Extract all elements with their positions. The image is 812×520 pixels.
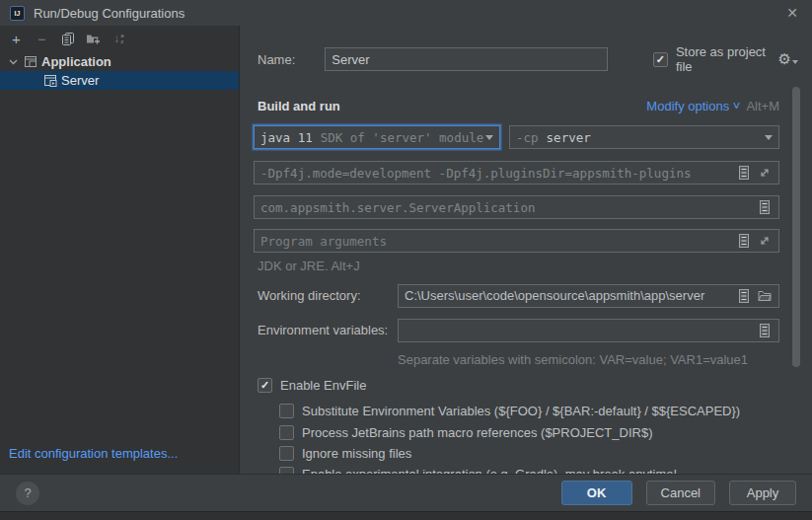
chevron-down-icon [765, 135, 773, 140]
expand-field-icon[interactable] [757, 165, 773, 181]
edit-configuration-templates-link[interactable]: Edit configuration templates... [9, 446, 178, 461]
ignore-missing-files-checkbox[interactable] [279, 446, 294, 461]
chevron-down-icon [485, 135, 493, 140]
tree-group-application[interactable]: Application [0, 52, 239, 71]
classpath-combo-prefix: -cp [516, 130, 539, 145]
expand-list-icon[interactable] [757, 323, 773, 338]
title-bar: IJ Run/Debug Configurations ✕ [0, 0, 812, 26]
help-button[interactable]: ? [16, 482, 39, 505]
vm-options-value: -Dpf4j.mode=development -Dpf4j.pluginsDi… [260, 166, 731, 181]
expand-list-icon[interactable] [736, 233, 752, 249]
tree-item-label: Server [61, 73, 99, 88]
jdk-combo-value: java 11 [260, 130, 313, 145]
process-path-macros-checkbox[interactable] [279, 425, 294, 440]
classpath-combo-value: server [547, 130, 591, 145]
experimental-integration-checkbox[interactable] [279, 467, 294, 474]
jdk-combo[interactable]: java 11 SDK of 'server' module [254, 125, 500, 149]
expand-list-icon[interactable] [757, 199, 773, 215]
tree-group-label: Application [41, 54, 111, 69]
expand-list-icon[interactable] [736, 288, 752, 304]
process-path-macros-label: Process JetBrains path macro references … [302, 425, 652, 440]
vm-options-input[interactable]: -Dpf4j.mode=development -Dpf4j.pluginsDi… [254, 161, 779, 185]
store-as-project-file-checkbox[interactable] [653, 52, 668, 67]
enable-envfile-label: Enable EnvFile [280, 378, 366, 393]
jdk-hint: JDK or JRE. Alt+J [258, 259, 360, 273]
cancel-button[interactable]: Cancel [646, 481, 715, 505]
chevron-down-icon[interactable] [7, 56, 19, 68]
remove-configuration-icon[interactable]: − [35, 32, 49, 46]
gear-icon[interactable]: ⚙ [778, 50, 798, 68]
intellij-logo-icon: IJ [10, 6, 25, 21]
enable-envfile-checkbox[interactable] [258, 378, 272, 393]
tree-item-server[interactable]: Server [0, 71, 239, 90]
store-as-project-file-label: Store as project file [676, 44, 773, 74]
environment-variables-hint: Separate variables with semicolon: VAR=v… [398, 352, 748, 367]
main-class-input[interactable]: com.appsmith.server.ServerApplication [254, 195, 779, 219]
browse-folder-icon[interactable] [757, 288, 773, 304]
new-folder-icon[interactable] [86, 32, 101, 46]
program-arguments-input[interactable]: Program arguments [254, 229, 779, 253]
ignore-missing-files-label: Ignore missing files [302, 446, 411, 461]
vertical-scrollbar-thumb[interactable] [792, 87, 800, 367]
dialog-footer: ? OK Cancel Apply [0, 474, 812, 511]
expand-field-icon[interactable] [757, 233, 773, 249]
configurations-tree: Application Server [0, 52, 239, 90]
modify-options-link[interactable]: Modify options ˅ [646, 99, 740, 113]
configurations-sidebar: + − ↓az [0, 26, 240, 474]
build-and-run-header: Build and run [258, 99, 340, 113]
name-value: Server [332, 52, 601, 67]
configurations-toolbar: + − ↓az [0, 26, 239, 51]
program-arguments-placeholder: Program arguments [260, 234, 731, 249]
working-directory-value: C:\Users\user\code\opensource\appsmith\a… [405, 288, 731, 303]
working-directory-input[interactable]: C:\Users\user\code\opensource\appsmith\a… [398, 284, 779, 308]
ok-button[interactable]: OK [561, 481, 632, 505]
apply-button[interactable]: Apply [729, 481, 796, 505]
experimental-integration-label: Enable experimental integration (e.g. Gr… [302, 467, 677, 474]
background-window-strip [0, 511, 812, 520]
modify-options-shortcut: Alt+M [746, 99, 779, 113]
name-input[interactable]: Server [325, 47, 608, 71]
expand-list-icon[interactable] [736, 165, 752, 181]
environment-variables-input[interactable] [398, 319, 779, 342]
working-directory-label: Working directory: [258, 288, 361, 303]
configuration-editor: Name: Server Store as project file ⚙ Bui… [240, 26, 812, 474]
copy-configuration-icon[interactable] [60, 32, 75, 46]
close-icon[interactable]: ✕ [782, 4, 802, 22]
classpath-combo[interactable]: -cp server [509, 125, 779, 149]
add-configuration-icon[interactable]: + [9, 32, 24, 46]
name-label: Name: [258, 52, 295, 67]
substitute-env-variables-checkbox[interactable] [279, 404, 294, 418]
environment-variables-label: Environment variables: [258, 323, 388, 337]
dialog-title: Run/Debug Configurations [34, 6, 185, 21]
dialog-content: + − ↓az [0, 26, 812, 474]
sort-configurations-icon[interactable]: ↓az [111, 32, 126, 46]
run-configuration-icon [43, 74, 57, 88]
jdk-combo-suffix: SDK of 'server' module [321, 130, 484, 145]
application-type-icon [24, 55, 37, 69]
run-debug-configurations-dialog: IJ Run/Debug Configurations ✕ + − ↓az [0, 0, 812, 520]
main-class-value: com.appsmith.server.ServerApplication [260, 200, 752, 215]
substitute-env-variables-label: Substitute Environment Variables (${FOO}… [302, 404, 740, 418]
